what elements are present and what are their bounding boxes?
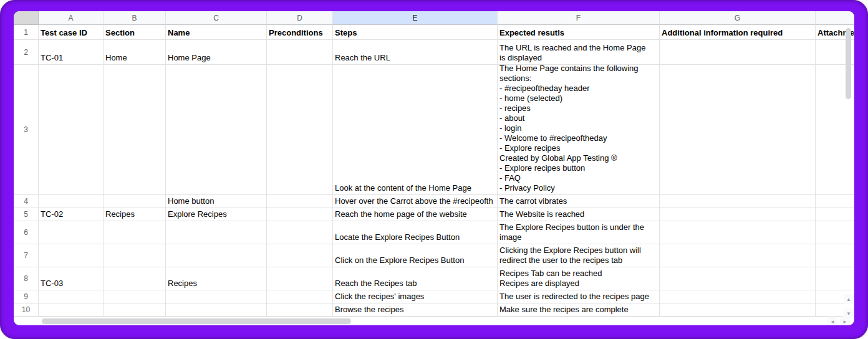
cell-A6[interactable] — [39, 221, 104, 244]
cell-E3[interactable]: Look at the content of the Home Page — [333, 65, 498, 195]
cell-B2[interactable]: Home — [104, 40, 166, 65]
column-header-G[interactable]: G — [660, 11, 816, 25]
cell-E4[interactable]: Hover over the Carrot above the #recipeo… — [333, 195, 498, 208]
cell-E8[interactable]: Reach the Recipes tab — [333, 267, 498, 290]
cell-D4[interactable] — [267, 195, 333, 208]
column-header-D[interactable]: D — [267, 11, 333, 25]
row-header-6[interactable]: 6 — [14, 221, 39, 244]
cell-G5[interactable] — [660, 208, 816, 221]
cell-F8[interactable]: Recipes Tab can be reached Recipes are d… — [498, 267, 660, 290]
cell-H4[interactable] — [816, 195, 854, 208]
column-header-H[interactable] — [816, 11, 854, 25]
row-header-4[interactable]: 4 — [14, 195, 39, 208]
horizontal-scrollbar-thumb[interactable] — [42, 318, 351, 324]
cell-C1[interactable]: Name — [166, 25, 267, 40]
cell-E5[interactable]: Reach the home page of the website — [333, 208, 498, 221]
cell-D7[interactable] — [267, 244, 333, 267]
cell-A5[interactable]: TC-02 — [39, 208, 104, 221]
cell-F7[interactable]: Clicking the Explore Recipes button will… — [498, 244, 660, 267]
cell-A3[interactable] — [39, 65, 104, 195]
column-header-E[interactable]: E — [333, 11, 498, 25]
cell-F10[interactable]: Make sure the recipes are complete — [498, 303, 660, 317]
cell-H6[interactable] — [816, 221, 854, 244]
scroll-up-icon[interactable]: ▲ — [844, 294, 854, 304]
cell-D6[interactable] — [267, 221, 333, 244]
cell-C5[interactable]: Explore Recipes — [166, 208, 267, 221]
cell-D10[interactable] — [267, 303, 333, 317]
cell-G1[interactable]: Additional information required — [660, 25, 816, 40]
cell-D1[interactable]: Preconditions — [267, 25, 333, 40]
cell-F5[interactable]: The Website is reached — [498, 208, 660, 221]
cell-G7[interactable] — [660, 244, 816, 267]
cell-G2[interactable] — [660, 40, 816, 65]
cell-B3[interactable] — [104, 65, 166, 195]
cell-B6[interactable] — [104, 221, 166, 244]
cell-D8[interactable] — [267, 267, 333, 290]
cell-H8[interactable] — [816, 267, 854, 290]
cell-C8[interactable]: Recipes — [166, 267, 267, 290]
cell-A7[interactable] — [39, 244, 104, 267]
row-header-10[interactable]: 10 — [14, 303, 39, 317]
cell-B8[interactable] — [104, 267, 166, 290]
cell-G4[interactable] — [660, 195, 816, 208]
cell-C6[interactable] — [166, 221, 267, 244]
cell-E7[interactable]: Click on the Explore Recipes Button — [333, 244, 498, 267]
cell-G9[interactable] — [660, 290, 816, 303]
cell-D2[interactable] — [267, 40, 333, 65]
scroll-right-icon[interactable]: ► — [840, 317, 850, 325]
cell-C10[interactable] — [166, 303, 267, 317]
cell-F4[interactable]: The carrot vibrates — [498, 195, 660, 208]
column-header-F[interactable]: F — [498, 11, 660, 25]
cell-D3[interactable] — [267, 65, 333, 195]
cell-F3[interactable]: The Home Page contains the following sec… — [498, 65, 660, 195]
cell-C2[interactable]: Home Page — [166, 40, 267, 65]
row-header-5[interactable]: 5 — [14, 208, 39, 221]
cell-F1[interactable]: Expected resutls — [498, 25, 660, 40]
row-header-7[interactable]: 7 — [14, 244, 39, 267]
column-header-B[interactable]: B — [104, 11, 166, 25]
cell-G6[interactable] — [660, 221, 816, 244]
row-header-2[interactable]: 2 — [14, 40, 39, 65]
cell-B9[interactable] — [104, 290, 166, 303]
cell-E1[interactable]: Steps — [333, 25, 498, 40]
cell-A10[interactable] — [39, 303, 104, 317]
cell-G3[interactable] — [660, 65, 816, 195]
cell-F9[interactable]: The user is redirected to the recipes pa… — [498, 290, 660, 303]
cell-D5[interactable] — [267, 208, 333, 221]
cell-H7[interactable] — [816, 244, 854, 267]
cell-B10[interactable] — [104, 303, 166, 317]
select-all-corner[interactable] — [14, 11, 39, 25]
cell-A9[interactable] — [39, 290, 104, 303]
cell-E2[interactable]: Reach the URL — [333, 40, 498, 65]
cell-E6[interactable]: Locate the Explore Recipes Button — [333, 221, 498, 244]
cell-F2[interactable]: The URL is reached and the Home Page is … — [498, 40, 660, 65]
cell-A1[interactable]: Test case ID — [39, 25, 104, 40]
cell-C3[interactable] — [166, 65, 267, 195]
cell-B4[interactable] — [104, 195, 166, 208]
cell-E9[interactable]: Click the recipes' images — [333, 290, 498, 303]
row-header-8[interactable]: 8 — [14, 267, 39, 290]
row-header-3[interactable]: 3 — [14, 65, 39, 195]
cell-D9[interactable] — [267, 290, 333, 303]
column-header-C[interactable]: C — [166, 11, 267, 25]
cell-B7[interactable] — [104, 244, 166, 267]
cell-C7[interactable] — [166, 244, 267, 267]
row-header-9[interactable]: 9 — [14, 290, 39, 303]
cell-C9[interactable] — [166, 290, 267, 303]
cell-G8[interactable] — [660, 267, 816, 290]
table-row: 10Browse the recipesMake sure the recipe… — [14, 303, 854, 317]
column-header-A[interactable]: A — [39, 11, 104, 25]
cell-E10[interactable]: Browse the recipes — [333, 303, 498, 317]
cell-H5[interactable] — [816, 208, 854, 221]
cell-C4[interactable]: Home button — [166, 195, 267, 208]
scroll-left-icon[interactable]: ◄ — [827, 317, 837, 325]
cell-A2[interactable]: TC-01 — [39, 40, 104, 65]
cell-B5[interactable]: Recipes — [104, 208, 166, 221]
vertical-scrollbar-thumb[interactable] — [846, 28, 851, 99]
cell-A8[interactable]: TC-03 — [39, 267, 104, 290]
cell-B1[interactable]: Section — [104, 25, 166, 40]
cell-F6[interactable]: The Explore Recipes button is under the … — [498, 221, 660, 244]
row-header-1[interactable]: 1 — [14, 25, 39, 40]
cell-G10[interactable] — [660, 303, 816, 317]
cell-A4[interactable] — [39, 195, 104, 208]
